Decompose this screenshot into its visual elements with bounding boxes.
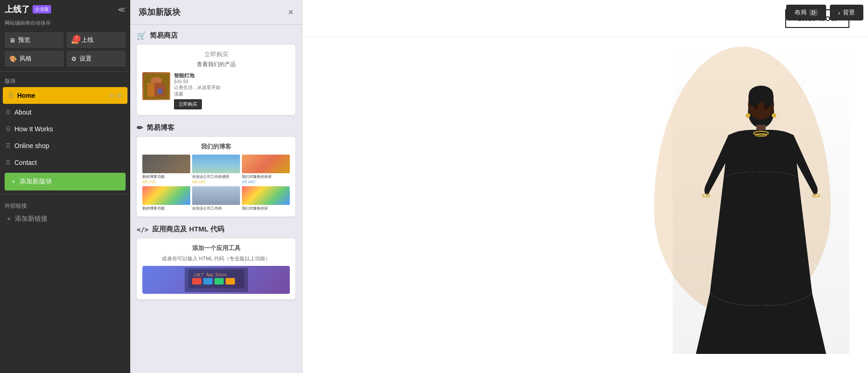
html-section-desc: 或者你可以输入 HTML 代码（专业版以上功能） [142, 255, 290, 262]
svg-rect-26 [768, 345, 780, 354]
svg-point-16 [772, 113, 776, 118]
html-section-header: </> 应用商店及 HTML 代码 [137, 225, 295, 234]
simple-shop-section-header: 🛒 简易商店 [137, 31, 295, 40]
shop-product-info: 智能灯泡 $49.99 让美生活，从这里开始 浅紫 立即购买 [174, 72, 290, 109]
simple-blog-card[interactable]: 我们的博客 新的博客功能 9月17日 在创业公司工作的感受 9月12日 [137, 137, 295, 217]
svg-rect-9 [214, 278, 224, 285]
shop-preview: 立即购买 查看我们的产品 [142, 50, 290, 109]
blog-date-1: 9月17日 [142, 179, 190, 184]
simple-shop-card[interactable]: 立即购买 查看我们的产品 [137, 45, 295, 115]
svg-point-21 [748, 88, 760, 107]
autosave-label: 网站编辑将自动保存 [0, 19, 130, 29]
website-toolbar: 布局 D › 背景 [786, 5, 863, 20]
add-block-button[interactable]: ＋ 添加新版块 [5, 173, 126, 190]
publish-label: 上线 [81, 36, 93, 44]
simple-blog-label: 简易博客 [147, 123, 174, 132]
blog-preview-title: 我们的博客 [142, 142, 290, 151]
publish-icon: 📤 ! [71, 37, 79, 44]
layout-shortcut: D [809, 9, 818, 16]
preview-label: 预览 [18, 36, 30, 44]
sidebar-item-home-label: Home [17, 92, 106, 99]
publish-button[interactable]: 📤 ! 上线 [67, 32, 126, 48]
sidebar-item-home[interactable]: ☰ Home ✕ ⚙ [3, 87, 127, 104]
drag-handle-how-it-works: ☰ [6, 126, 11, 132]
settings-button[interactable]: ⚙ 设置 [67, 51, 126, 67]
add-link-plus-icon: ＋ [6, 215, 12, 223]
blog-img-4 [142, 186, 190, 205]
sidebar-item-about[interactable]: ☰ About [0, 104, 130, 121]
shop-buy-button[interactable]: 立即购买 [174, 99, 202, 109]
shop-product-row: 智能灯泡 $49.99 让美生活，从这里开始 浅紫 立即购买 [142, 72, 290, 109]
sidebar: 上线了 企业版 ≪ 网站编辑将自动保存 🖥 预览 📤 ! 上线 [0, 0, 130, 373]
blog-text-6: 我们对服务的诉 [242, 206, 290, 211]
style-label: 风格 [20, 54, 32, 63]
shop-product-desc: 让美生活，从这里开始 [174, 84, 290, 91]
add-block-modal: 添加新版块 × 🛒 简易商店 立即购买 查看我们的产品 [130, 0, 302, 373]
simple-shop-label: 简易商店 [150, 31, 178, 40]
preview-icon: 🖥 [9, 37, 15, 44]
style-button[interactable]: 🎨 风格 [5, 51, 64, 67]
home-settings-button[interactable]: ⚙ [116, 92, 122, 99]
svg-point-22 [762, 88, 774, 107]
simple-blog-section-header: ✏ 简易博客 [137, 123, 295, 132]
blog-img-3 [242, 155, 290, 173]
blocks-section-label: 版块 [0, 74, 130, 87]
layout-button[interactable]: 布局 D [786, 5, 826, 20]
blog-text-5: 在创业公司工作的 [192, 206, 240, 211]
svg-rect-7 [192, 278, 201, 285]
publish-notification: ! [73, 35, 80, 42]
sidebar-item-how-it-works-label: How It Works [14, 125, 125, 133]
code-icon: </> [137, 226, 148, 233]
sidebar-item-online-shop-label: Online shop [14, 142, 125, 149]
add-block-label: 添加新版块 [20, 177, 52, 186]
drag-handle-about: ☰ [6, 109, 11, 115]
blog-item-3: 我们对服务的诉求 8月30日 [242, 155, 290, 184]
blog-date-2: 9月12日 [192, 179, 240, 184]
preview-button[interactable]: 🖥 预览 [5, 32, 64, 48]
shop-product-price: $49.99 [174, 79, 290, 84]
shop-icon: 🛒 [137, 31, 146, 40]
settings-label: 设置 [80, 54, 92, 63]
background-arrow-icon: › [838, 9, 840, 16]
html-preview-inner: 上线了 App Store [185, 268, 248, 292]
svg-point-17 [702, 194, 710, 197]
svg-text:上线了 App Store: 上线了 App Store [193, 273, 227, 277]
drag-handle-home: ☰ [8, 92, 13, 99]
nav-list: ☰ Home ✕ ⚙ ☰ About ☰ How It Works ☰ Onli… [0, 87, 130, 373]
svg-rect-8 [203, 278, 213, 285]
svg-rect-10 [226, 278, 235, 285]
home-delete-button[interactable]: ✕ [109, 92, 114, 99]
blog-img-6 [242, 186, 290, 205]
modal-title: 添加新版块 [139, 7, 180, 18]
add-link-button[interactable]: ＋ 添加新链接 [0, 212, 53, 226]
style-icon: 🎨 [9, 55, 17, 62]
collapse-sidebar-button[interactable]: ≪ [118, 5, 126, 14]
blog-img-1 [142, 155, 190, 173]
blog-text-2: 在创业公司工作的感受 [192, 174, 240, 179]
svg-point-18 [812, 194, 820, 197]
blog-item-4: 新的博客功能 [142, 186, 190, 211]
shop-buy-now-top: 立即购买 [142, 50, 290, 59]
blog-grid: 新的博客功能 9月17日 在创业公司工作的感受 9月12日 我们对服务的诉求 8… [142, 155, 290, 211]
html-code-card[interactable]: 添加一个应用工具 或者你可以输入 HTML 代码（专业版以上功能） 上线了 Ap… [137, 238, 295, 299]
shop-product-image [142, 72, 170, 100]
sidebar-item-online-shop[interactable]: ☰ Online shop [0, 137, 130, 154]
background-label: 背景 [843, 8, 855, 17]
enterprise-badge: 企业版 [33, 5, 51, 14]
sidebar-item-how-it-works[interactable]: ☰ How It Works [0, 121, 130, 137]
external-links-label: 外部链接 [0, 198, 130, 212]
sidebar-item-contact[interactable]: ☰ Contact [0, 154, 130, 171]
drag-handle-online-shop: ☰ [6, 142, 11, 149]
background-button[interactable]: › 背景 [830, 5, 863, 20]
hero-image-area [635, 37, 868, 270]
html-code-label: 应用商店及 HTML 代码 [152, 225, 224, 234]
divider-2 [0, 194, 130, 195]
modal-close-button[interactable]: × [288, 7, 294, 18]
divider [0, 71, 130, 72]
shop-see-products: 查看我们的产品 [142, 61, 290, 68]
blog-item-2: 在创业公司工作的感受 9月12日 [192, 155, 240, 184]
blog-img-5 [192, 186, 240, 205]
add-block-plus-icon: ＋ [10, 177, 17, 186]
svg-point-24 [764, 105, 768, 109]
home-actions: ✕ ⚙ [109, 92, 122, 99]
